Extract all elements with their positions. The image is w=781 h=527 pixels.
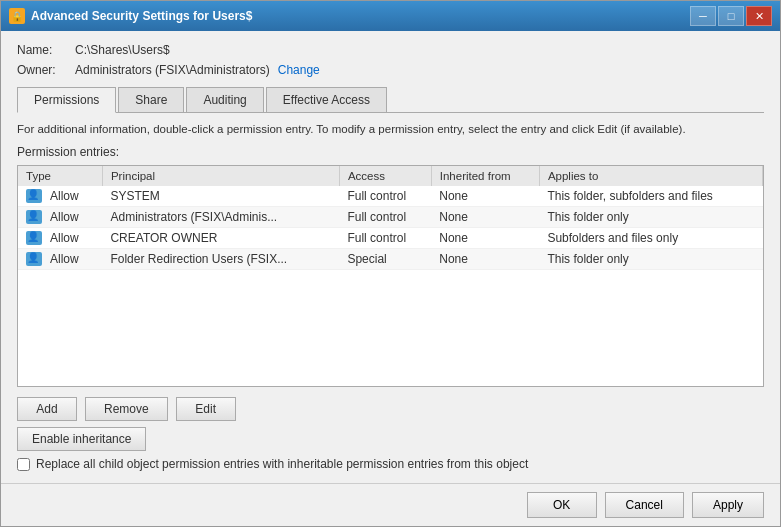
action-buttons: Add Remove Edit bbox=[17, 397, 764, 421]
permission-table: Type Principal Access Inherited from App… bbox=[18, 166, 763, 270]
cell-inherited-1: None bbox=[431, 207, 539, 228]
title-bar-left: 🔒 Advanced Security Settings for Users$ bbox=[9, 8, 252, 24]
permission-table-wrapper: Type Principal Access Inherited from App… bbox=[17, 165, 764, 387]
replace-checkbox[interactable] bbox=[17, 458, 30, 471]
name-row: Name: C:\Shares\Users$ bbox=[17, 43, 764, 57]
cell-access-1: Full control bbox=[339, 207, 431, 228]
enable-inheritance-button[interactable]: Enable inheritance bbox=[17, 427, 146, 451]
cell-applies-3: This folder only bbox=[539, 249, 762, 270]
cell-inherited-2: None bbox=[431, 228, 539, 249]
cell-type-1: Allow bbox=[18, 207, 102, 228]
table-row[interactable]: Allow Folder Redirection Users (FSIX... … bbox=[18, 249, 763, 270]
table-row[interactable]: Allow Administrators (FSIX\Adminis... Fu… bbox=[18, 207, 763, 228]
add-button[interactable]: Add bbox=[17, 397, 77, 421]
table-row[interactable]: Allow CREATOR OWNER Full control None Su… bbox=[18, 228, 763, 249]
apply-button[interactable]: Apply bbox=[692, 492, 764, 518]
tab-bar: Permissions Share Auditing Effective Acc… bbox=[17, 87, 764, 113]
minimize-button[interactable]: ─ bbox=[690, 6, 716, 26]
section-label: Permission entries: bbox=[17, 145, 764, 159]
replace-checkbox-row: Replace all child object permission entr… bbox=[17, 457, 764, 471]
name-label: Name: bbox=[17, 43, 67, 57]
window-icon: 🔒 bbox=[9, 8, 25, 24]
window-title: Advanced Security Settings for Users$ bbox=[31, 9, 252, 23]
owner-value: Administrators (FSIX\Administrators) bbox=[75, 63, 270, 77]
title-bar: 🔒 Advanced Security Settings for Users$ … bbox=[1, 1, 780, 31]
content-area: Name: C:\Shares\Users$ Owner: Administra… bbox=[1, 31, 780, 483]
owner-row: Owner: Administrators (FSIX\Administrato… bbox=[17, 63, 764, 77]
cell-access-2: Full control bbox=[339, 228, 431, 249]
cell-access-0: Full control bbox=[339, 186, 431, 207]
table-row[interactable]: Allow SYSTEM Full control None This fold… bbox=[18, 186, 763, 207]
edit-button[interactable]: Edit bbox=[176, 397, 236, 421]
cell-principal-2: CREATOR OWNER bbox=[102, 228, 339, 249]
cell-principal-3: Folder Redirection Users (FSIX... bbox=[102, 249, 339, 270]
name-value: C:\Shares\Users$ bbox=[75, 43, 170, 57]
col-access: Access bbox=[339, 166, 431, 186]
col-inherited: Inherited from bbox=[431, 166, 539, 186]
replace-checkbox-label: Replace all child object permission entr… bbox=[36, 457, 528, 471]
cell-applies-0: This folder, subfolders and files bbox=[539, 186, 762, 207]
enable-inheritance-row: Enable inheritance bbox=[17, 427, 764, 451]
table-header-row: Type Principal Access Inherited from App… bbox=[18, 166, 763, 186]
col-principal: Principal bbox=[102, 166, 339, 186]
tab-permissions[interactable]: Permissions bbox=[17, 87, 116, 113]
main-window: 🔒 Advanced Security Settings for Users$ … bbox=[0, 0, 781, 527]
description-text: For additional information, double-click… bbox=[17, 123, 764, 135]
user-icon-0 bbox=[26, 189, 42, 203]
tab-effective-access[interactable]: Effective Access bbox=[266, 87, 387, 112]
bottom-bar: OK Cancel Apply bbox=[1, 483, 780, 526]
cell-type-3: Allow bbox=[18, 249, 102, 270]
cell-access-3: Special bbox=[339, 249, 431, 270]
cell-principal-0: SYSTEM bbox=[102, 186, 339, 207]
user-icon-2 bbox=[26, 231, 42, 245]
remove-button[interactable]: Remove bbox=[85, 397, 168, 421]
col-type: Type bbox=[18, 166, 102, 186]
cancel-button[interactable]: Cancel bbox=[605, 492, 684, 518]
tab-auditing[interactable]: Auditing bbox=[186, 87, 263, 112]
close-button[interactable]: ✕ bbox=[746, 6, 772, 26]
cell-type-0: Allow bbox=[18, 186, 102, 207]
user-icon-1 bbox=[26, 210, 42, 224]
cell-applies-2: Subfolders and files only bbox=[539, 228, 762, 249]
cell-applies-1: This folder only bbox=[539, 207, 762, 228]
maximize-button[interactable]: □ bbox=[718, 6, 744, 26]
owner-label: Owner: bbox=[17, 63, 67, 77]
cell-type-2: Allow bbox=[18, 228, 102, 249]
change-link[interactable]: Change bbox=[278, 63, 320, 77]
cell-principal-1: Administrators (FSIX\Adminis... bbox=[102, 207, 339, 228]
tab-share[interactable]: Share bbox=[118, 87, 184, 112]
cell-inherited-3: None bbox=[431, 249, 539, 270]
ok-button[interactable]: OK bbox=[527, 492, 597, 518]
col-applies: Applies to bbox=[539, 166, 762, 186]
user-icon-3 bbox=[26, 252, 42, 266]
title-controls: ─ □ ✕ bbox=[690, 6, 772, 26]
cell-inherited-0: None bbox=[431, 186, 539, 207]
